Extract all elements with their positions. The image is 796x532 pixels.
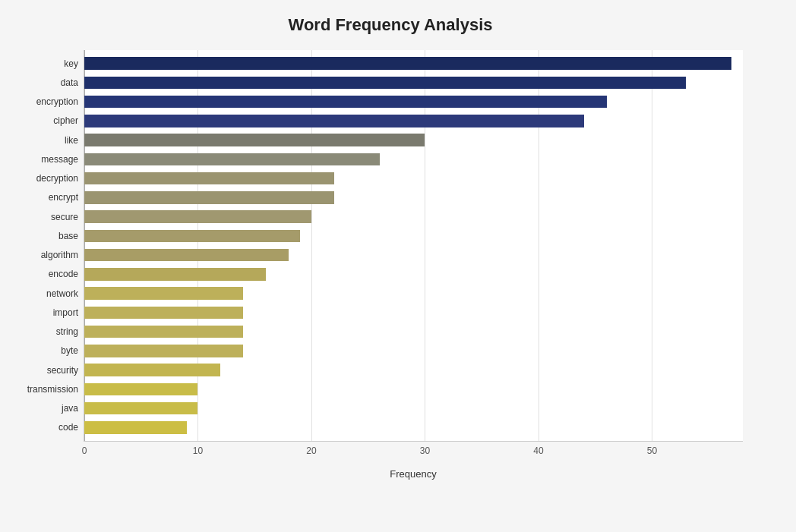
bar-label: decryption	[12, 173, 84, 184]
bar	[84, 96, 607, 108]
bar-label: secure	[12, 212, 84, 222]
bar-label: encryption	[12, 96, 84, 107]
bar	[84, 172, 334, 184]
bar-label: code	[12, 422, 84, 433]
bar-row: code	[84, 418, 743, 437]
bar-label: byte	[12, 345, 84, 356]
bar	[84, 230, 300, 242]
bar	[84, 326, 243, 338]
bar-row: transmission	[84, 379, 743, 398]
bar-row: java	[84, 399, 743, 418]
bar	[84, 421, 187, 433]
bar-row: base	[84, 226, 743, 245]
bar	[84, 249, 289, 261]
bar	[84, 383, 197, 395]
bar	[84, 115, 584, 127]
bar-label: import	[12, 307, 84, 318]
bar	[84, 268, 266, 280]
bar	[84, 402, 197, 414]
bar-row: byte	[84, 342, 743, 360]
bar-row: data	[84, 73, 743, 92]
bar	[84, 77, 686, 89]
bar-label: encrypt	[12, 192, 84, 203]
bar-label: network	[12, 288, 84, 299]
bar	[84, 57, 731, 69]
x-axis-label: Frequency	[84, 468, 743, 480]
chart-container: Word Frequency Analysis keydataencryptio…	[0, 0, 796, 532]
bar-row: security	[84, 360, 743, 379]
bar	[84, 134, 425, 146]
bar	[84, 307, 243, 319]
bar-row: like	[84, 131, 743, 150]
bar-row: encrypt	[84, 188, 743, 207]
x-tick: 20	[306, 445, 316, 456]
x-tick: 40	[533, 445, 543, 456]
bar-row: network	[84, 284, 743, 303]
bar-label: java	[12, 403, 84, 414]
bar-row: algorithm	[84, 246, 743, 265]
bar	[84, 345, 243, 357]
bar-label: security	[12, 365, 84, 376]
bar-label: string	[12, 326, 84, 337]
bar-row: import	[84, 303, 743, 322]
bar-label: data	[12, 77, 84, 88]
bar-row: encode	[84, 265, 743, 284]
bar-row: string	[84, 323, 743, 342]
x-tick: 0	[82, 445, 87, 456]
x-tick: 30	[420, 445, 430, 456]
bar-row: message	[84, 150, 743, 168]
bar-label: encode	[12, 269, 84, 279]
bar	[84, 364, 220, 376]
bar-row: key	[84, 54, 743, 73]
bar-row: cipher	[84, 112, 743, 131]
bar-label: key	[12, 58, 84, 69]
x-tick: 50	[647, 445, 657, 456]
bar-label: algorithm	[12, 250, 84, 260]
bar-label: message	[12, 154, 84, 165]
bar	[84, 287, 243, 299]
x-tick: 10	[193, 445, 203, 456]
bar-row: encryption	[84, 93, 743, 112]
bar-label: cipher	[12, 115, 84, 126]
bar-row: decryption	[84, 169, 743, 188]
bar-label: transmission	[12, 384, 84, 395]
bar-label: base	[12, 231, 84, 241]
bar	[84, 153, 380, 165]
chart-title: Word Frequency Analysis	[8, 15, 773, 35]
bar	[84, 210, 311, 222]
bar-row: secure	[84, 207, 743, 226]
bar-label: like	[12, 135, 84, 146]
bar	[84, 191, 334, 203]
